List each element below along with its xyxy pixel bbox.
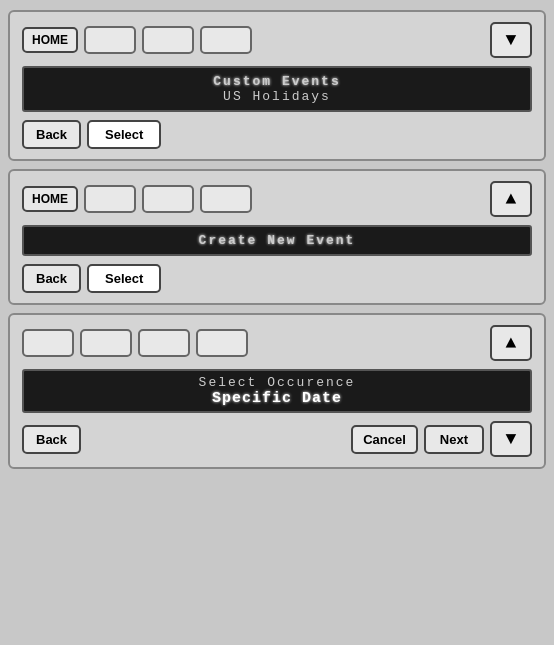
panel-select-occurrence: ▲ Select Occurence Specific Date Back Ca…	[8, 313, 546, 469]
nav-box-1a	[84, 26, 136, 54]
display-title-1: Custom Events	[34, 74, 520, 89]
panel-custom-events: HOME ▼ Custom Events US Holidays Back Se…	[8, 10, 546, 161]
cancel-button-3[interactable]: Cancel	[351, 425, 418, 454]
display-title-2: Create New Event	[34, 233, 520, 248]
top-bar-1: HOME ▼	[22, 22, 532, 58]
bottom-bar-2: Back Select	[22, 264, 532, 293]
display-area-2: Create New Event	[22, 225, 532, 256]
bottom-bar-3: Back Cancel Next ▼	[22, 421, 532, 457]
up-arrow-button-2[interactable]: ▲	[490, 181, 532, 217]
nav-box-2b	[142, 185, 194, 213]
bottom-bar-1: Back Select	[22, 120, 532, 149]
top-bar-3: ▲	[22, 325, 532, 361]
display-subtitle-3: Select Occurence	[34, 375, 520, 390]
nav-box-2a	[84, 185, 136, 213]
nav-box-3a	[22, 329, 74, 357]
back-button-2[interactable]: Back	[22, 264, 81, 293]
nav-box-1b	[142, 26, 194, 54]
back-button-3[interactable]: Back	[22, 425, 81, 454]
display-area-1: Custom Events US Holidays	[22, 66, 532, 112]
home-button-1[interactable]: HOME	[22, 27, 78, 53]
nav-box-2c	[200, 185, 252, 213]
nav-box-3c	[138, 329, 190, 357]
down-arrow-button-3[interactable]: ▼	[490, 421, 532, 457]
down-arrow-button-1[interactable]: ▼	[490, 22, 532, 58]
panel-create-new-event: HOME ▲ Create New Event Back Select	[8, 169, 546, 305]
next-button-3[interactable]: Next	[424, 425, 484, 454]
home-button-2[interactable]: HOME	[22, 186, 78, 212]
display-title-3: Specific Date	[34, 390, 520, 407]
back-button-1[interactable]: Back	[22, 120, 81, 149]
display-subtitle-1: US Holidays	[34, 89, 520, 104]
nav-box-3b	[80, 329, 132, 357]
select-button-2[interactable]: Select	[87, 264, 161, 293]
nav-box-3d	[196, 329, 248, 357]
up-arrow-button-3[interactable]: ▲	[490, 325, 532, 361]
select-button-1[interactable]: Select	[87, 120, 161, 149]
display-area-3: Select Occurence Specific Date	[22, 369, 532, 413]
nav-box-1c	[200, 26, 252, 54]
top-bar-2: HOME ▲	[22, 181, 532, 217]
